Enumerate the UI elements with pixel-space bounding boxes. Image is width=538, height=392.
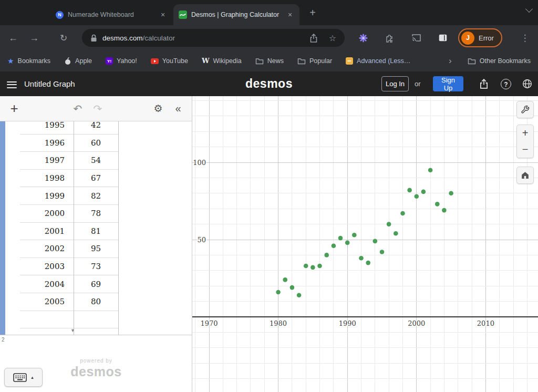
profile-error-button[interactable]: J Error [458, 28, 502, 47]
browser-window: N Numerade Whiteboard × Desmos | Graphin… [0, 0, 538, 392]
browser-menu-icon[interactable]: ⋮ [517, 25, 533, 50]
bookmark-label: News [267, 57, 284, 65]
tab-numerade-whiteboard[interactable]: N Numerade Whiteboard × [50, 4, 172, 25]
bookmark-star-icon[interactable]: ☆ [329, 33, 336, 43]
table-cell-year[interactable]: 1995 [20, 121, 74, 135]
tab-bar: N Numerade Whiteboard × Desmos | Graphin… [0, 0, 538, 25]
table-cell-year[interactable]: 2003 [20, 258, 74, 276]
table-cell-value[interactable]: 73 [74, 258, 118, 276]
new-tab-button[interactable]: + [306, 6, 319, 20]
numerade-favicon: N [56, 11, 64, 19]
table-cell-value[interactable]: 69 [74, 275, 118, 293]
table-cell-value[interactable]: 78 [74, 205, 118, 223]
expressions-toolbar: + ↶ ↷ ⚙ « [0, 96, 192, 121]
bookmark-item-wikipedia[interactable]: W Wikipedia [202, 57, 242, 65]
bookmark-item-news[interactable]: News [255, 57, 284, 65]
lock-icon[interactable] [90, 34, 97, 42]
table-column-divider [74, 121, 74, 335]
table-cell-year[interactable]: 1997 [20, 152, 74, 170]
table-cell-year[interactable]: 2001 [20, 223, 74, 241]
tab-desmos[interactable]: Desmos | Graphing Calculator × [173, 4, 299, 25]
table-cell-value[interactable]: 81 [74, 223, 118, 241]
bookmark-item-popular[interactable]: Popular [297, 57, 332, 65]
apple-icon [64, 57, 71, 65]
table-cell-value[interactable] [74, 311, 118, 329]
zoom-out-button[interactable]: − [516, 141, 534, 158]
table-row: 199982 [20, 187, 118, 205]
show-keyboard-button[interactable]: ▴ [4, 368, 43, 387]
redo-icon[interactable]: ↷ [89, 96, 106, 121]
forward-button[interactable]: → [26, 25, 42, 50]
back-button[interactable]: ← [5, 25, 21, 50]
bookmark-item-yahoo[interactable]: Y! Yahoo! [106, 57, 137, 65]
bookmark-item-apple[interactable]: Apple [64, 57, 92, 65]
svg-text:1990: 1990 [339, 319, 356, 327]
selected-expression-indicator [0, 121, 5, 335]
table-row: 199660 [20, 135, 118, 152]
table-cell-year[interactable]: 2000 [20, 205, 74, 223]
table-cell-value[interactable]: 42 [74, 121, 118, 135]
table-cell-value[interactable]: 54 [74, 152, 118, 170]
url-path: /calculator [143, 34, 175, 42]
bookmarks-bar: ★ Bookmarks Apple Y! Yahoo! YouTube W Wi… [0, 50, 538, 71]
close-tab-icon[interactable]: × [159, 11, 167, 19]
bookmarks-overflow-chevron[interactable]: › [449, 56, 452, 66]
extensions-puzzle-icon[interactable] [382, 25, 396, 50]
sign-up-button[interactable]: Sign Up [433, 76, 463, 91]
table-cell-value[interactable]: 82 [74, 187, 118, 205]
table-row-empty [20, 311, 118, 329]
table-cell-value[interactable]: 80 [74, 293, 118, 311]
watermark-powered-by: powered by [0, 358, 192, 364]
wikipedia-icon: W [202, 57, 210, 65]
log-in-button[interactable]: Log In [381, 76, 409, 91]
tab-title: Numerade Whiteboard [68, 11, 154, 18]
undo-icon[interactable]: ↶ [69, 96, 86, 121]
expression-list: 1995421996601997541998671999822000782001… [0, 121, 192, 392]
youtube-icon [151, 58, 159, 64]
cast-icon[interactable] [409, 25, 423, 50]
table-cell-year[interactable]: 1998 [20, 170, 74, 188]
bookmark-item-bookmarks[interactable]: ★ Bookmarks [7, 57, 50, 65]
share-icon[interactable] [310, 34, 317, 43]
home-icon [521, 171, 530, 180]
address-bar[interactable]: desmos.com/calculator ☆ [82, 29, 345, 47]
table-cell-value[interactable]: 60 [74, 135, 118, 152]
bookmark-label: Wikipedia [213, 57, 242, 65]
edit-list-gear-icon[interactable]: ⚙ [149, 96, 168, 121]
desmos-header: Untitled Graph desmos Log In or Sign Up … [0, 71, 538, 96]
extension-colorful-icon[interactable] [356, 25, 370, 50]
svg-text:1980: 1980 [270, 319, 287, 327]
svg-text:2000: 2000 [408, 319, 425, 327]
table-cell-year[interactable]: 1999 [20, 187, 74, 205]
table-cell-year[interactable]: 2005 [20, 293, 74, 311]
export-share-icon[interactable] [477, 71, 491, 96]
side-panel-icon[interactable] [436, 25, 450, 50]
table-cell-value[interactable]: 95 [74, 240, 118, 258]
table-cell-year[interactable]: 2002 [20, 240, 74, 258]
graph-canvas[interactable]: 1970198019902000201050100 [192, 96, 538, 392]
or-label: or [415, 71, 421, 96]
table-row: 200181 [20, 223, 118, 241]
table-cell-value[interactable]: 67 [74, 170, 118, 188]
table-column-divider [118, 121, 119, 335]
language-globe-icon[interactable] [520, 71, 534, 96]
table-cell-year[interactable] [20, 311, 74, 329]
main-content: + ↶ ↷ ⚙ « 199542199660199754199867199982… [0, 96, 538, 392]
chevron-down-icon[interactable] [525, 5, 533, 13]
table-cell-year[interactable]: 1996 [20, 135, 74, 152]
reload-button[interactable]: ↻ [56, 25, 71, 50]
close-tab-icon[interactable]: × [286, 11, 294, 19]
graph-settings-wrench-button[interactable] [516, 101, 534, 118]
add-expression-button[interactable]: + [5, 96, 23, 121]
other-bookmarks-button[interactable]: Other Bookmarks [468, 57, 531, 65]
zoom-in-button[interactable]: + [516, 125, 534, 142]
bookmark-item-advanced[interactable]: Advanced (Less… [346, 57, 410, 65]
help-icon[interactable]: ? [499, 71, 513, 96]
table-row: 199542 [20, 121, 118, 135]
url-domain: desmos.com [102, 34, 143, 42]
collapse-panel-icon[interactable]: « [169, 96, 188, 121]
table-more-rows-icon: ▼ [70, 328, 75, 333]
table-cell-year[interactable]: 2004 [20, 275, 74, 293]
default-zoom-home-button[interactable] [516, 167, 534, 184]
bookmark-item-youtube[interactable]: YouTube [151, 57, 188, 65]
